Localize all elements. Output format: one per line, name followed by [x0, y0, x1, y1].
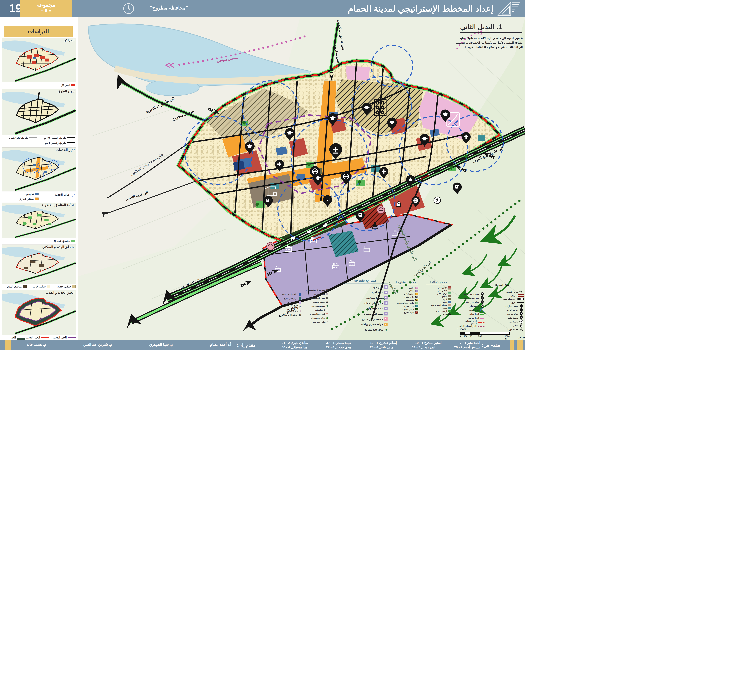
study-title: مناطق الهدم و السكني: [43, 245, 75, 249]
legend-item: خط سكة حديد: [486, 297, 523, 301]
industrial-market-icon: ▦: [326, 297, 328, 300]
utilities-swatch-icon: [448, 295, 451, 297]
study-title: شبكة المناطق الخضراء: [42, 203, 75, 207]
gold-stripe: [5, 340, 11, 350]
existing-residential-swatch-icon: [448, 290, 451, 291]
legend-item: طريق رئيسي 24م: [39, 141, 75, 144]
legend-item: مناطق الهدم: [1, 285, 26, 288]
footer-bar: مقدم من: أحمد منير 1 - 7 أستير ممدوح 1 -…: [0, 340, 525, 350]
legend-item: ☰3 صوامع قمح: [302, 308, 328, 312]
proposed-health-swatch-icon: [415, 305, 418, 307]
mini-map: [2, 89, 76, 135]
residential-commercial-swatch-icon: [415, 293, 418, 295]
existing-recreation-swatch-icon: [448, 293, 451, 294]
public-gardens-icon: ♣: [385, 328, 388, 332]
city-entrance-icon: [519, 290, 523, 294]
youth-club-icon: ◉: [326, 288, 328, 292]
legend-item: امتداد سياحي: [459, 316, 484, 320]
compass-icon: N: [123, 3, 135, 15]
legend-item: ◠كوبري مشاه مقترح: [302, 312, 328, 316]
old-boundary-line-icon: [68, 337, 76, 338]
green-areas-swatch-icon: [71, 240, 75, 242]
student-name: حبيبة صبحي 1 - 37: [326, 341, 352, 345]
proposed-admin-swatch-icon: [415, 296, 418, 298]
student-name: إسلام عشري 1 - 12: [370, 341, 397, 345]
study-title: تدرج الطرق: [58, 89, 75, 93]
student-name: ساندي خيري 2 - 21: [282, 341, 308, 345]
admin-services-icon: ▦: [299, 313, 301, 317]
proposed-parking-icon: [298, 301, 301, 304]
legend-item: سكني قائم: [27, 285, 50, 288]
secondary-road-line-icon: [29, 138, 37, 138]
legend-item: ▦سوق للمنتجات الصناعية: [302, 296, 328, 300]
road-line-icon: [517, 302, 523, 303]
legend-item: ◉نادي ومركز شباب مقترح: [302, 288, 328, 292]
pedestrian-bridge-icon: ◠: [326, 313, 328, 316]
mini-map: [2, 148, 76, 191]
studies-title: الدراسات: [4, 26, 73, 37]
recreation-zone-small: [346, 66, 370, 80]
waste-recycling-factory-icon: ♻: [384, 312, 388, 315]
scale-bar: [460, 332, 510, 335]
legend-item: اداري مقترح: [394, 295, 418, 299]
library-icon: ▤: [326, 293, 328, 296]
alternative-body: تقسيم المدينة الي مناطق ذاتية الاكتفاء ب…: [451, 36, 523, 49]
meat-freezing-factory-icon: ❄: [384, 296, 388, 300]
industrial-swatch-icon: [415, 290, 418, 292]
legend-item: الحيز العمراني الحالي: [459, 324, 484, 328]
poster-title: إعداد المخطط الإستراتيجي لمدينة الحمام: [215, 0, 494, 17]
proposed-residential-swatch-icon: [415, 299, 418, 301]
education-pin-icon: [480, 292, 484, 297]
mini-map: [2, 290, 76, 335]
professor-name: م. بسمة خالد: [26, 343, 46, 347]
study-thumbnail-boundary: الحيز الجديد و القديم: [2, 290, 76, 335]
legend-proposed-projects: مشاريع مقترحة ▨مصنع ملح ▨مصنع أحذية ❄مصن…: [343, 278, 388, 332]
legend-item: تعليمي: [9, 192, 38, 196]
legend-item: محطة كهرباء: [486, 328, 523, 331]
regional-road-line-icon: [68, 137, 75, 138]
legend-item: ♻مصنع تدوير مخلفات: [343, 311, 388, 316]
legend-item: صحي مقترح: [394, 304, 418, 308]
student-name: هاجر ناجي 4 - 24: [370, 346, 393, 349]
legend-item: طرق: [486, 301, 523, 304]
professor-name: م. سها الجوهري: [149, 343, 173, 347]
studies-sidebar: الدراسات المراكز المراكز: [0, 17, 78, 340]
residential-commercial-swatch-icon: [35, 197, 38, 200]
professor-name: أ.د أحمد عصام: [210, 343, 231, 347]
group-box: مجموعة « 8 »: [20, 0, 72, 17]
bridge-icon: [518, 294, 523, 297]
mini-map: [2, 38, 76, 82]
ferris-wheel-icon: [480, 304, 484, 309]
legend-item: مراعي مقترحة: [394, 308, 418, 311]
legend-item: الحيز العمراني المقترح: [459, 320, 484, 324]
legend-item: صناعي: [394, 289, 418, 292]
legend-item: سكني جديد: [51, 285, 76, 288]
health-swatch-icon: [448, 307, 451, 309]
mini-map: [2, 203, 76, 238]
legend-item: مباني تعليمية مقترحة: [278, 292, 301, 296]
legend-item: ▨مصنع أحذية: [343, 290, 388, 295]
legend-item: ترفيهي قائم: [459, 304, 484, 308]
logistics-zone-icon: ⇄: [326, 300, 328, 304]
legend-item: مستشفي عام قائم: [459, 296, 484, 300]
legend-services-proposed: خدمات مقترحة ترفيهي صناعي سكني تجاري ادا…: [394, 280, 418, 314]
student-name: أحمد منير 1 - 7: [460, 341, 480, 345]
legend-item: سكني قائم: [426, 289, 451, 292]
amusement-park-icon: ✳: [299, 305, 301, 308]
legend-proposed-pins: مباني تعليمية مقترحة مركز صحي مقترح موقف…: [278, 292, 301, 317]
centers-swatch-icon: [71, 84, 75, 86]
demolition-swatch-icon: [23, 285, 26, 288]
proposed-boundary-line-icon: [478, 322, 484, 323]
map-key-left: مباني تعليمية قائمة مستشفي عام قائم مركز…: [459, 292, 484, 328]
fig-drying-factories-icon: ❖: [326, 304, 328, 307]
legend-services-existing: خدمات قائمة تجاري قائم سكني قائم ترفيهي …: [426, 280, 451, 316]
header-bar: 19 مجموعة « 8 » N "محافظة مطروح" إعداد ا…: [0, 0, 525, 17]
proposed-health-pin-icon: [298, 297, 302, 300]
cultural-center-icon: ◌: [300, 309, 301, 313]
proposed-pasture-swatch-icon: [415, 308, 418, 310]
legend-item: ❄مصنع تجميد لحوم: [343, 295, 388, 300]
legend-item: اداري: [426, 298, 451, 301]
legend-item: مباني تعليمية قائمة: [459, 292, 484, 296]
proposed-commercial-swatch-icon: [415, 312, 418, 313]
legend-item: مركز شرطة: [486, 312, 523, 316]
